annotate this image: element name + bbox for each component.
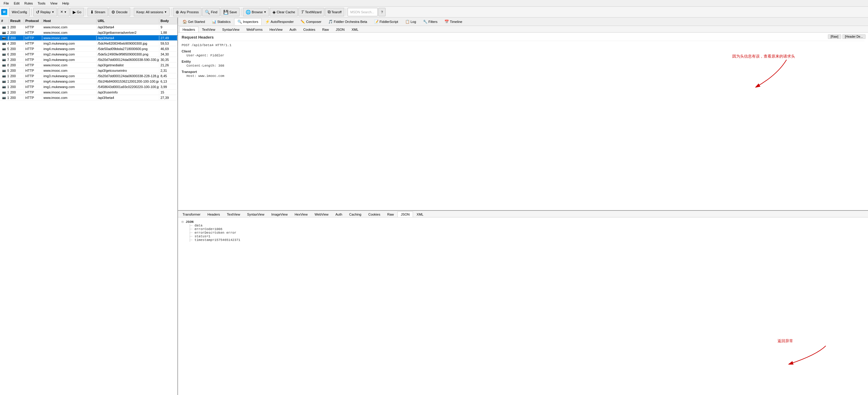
tab-filters[interactable]: 🔧Filters — [420, 18, 441, 25]
table-row[interactable]: 📷11 200 HTTP img4.mukewang.com /5b1f4b84… — [0, 79, 177, 84]
menu-rules[interactable]: Rules — [22, 1, 35, 6]
tab-inspectors[interactable]: 🔍Inspectors — [234, 18, 261, 25]
table-row[interactable]: 📷13 200 HTTP www.imooc.com /api3/userinf… — [0, 90, 177, 95]
request-tab-headers[interactable]: Headers — [179, 27, 198, 32]
response-tab-headers[interactable]: Headers — [204, 211, 223, 217]
json-collapse-btn[interactable]: ⊟ — [182, 220, 184, 224]
any-process-button[interactable]: ⊕ Any Process — [173, 8, 202, 16]
table-row[interactable]: 📷8 200 HTTP www.imooc.com /api3/getmedia… — [0, 62, 177, 68]
response-tab-transformer[interactable]: Transformer — [179, 211, 204, 217]
session-body: 6,13 — [159, 79, 177, 84]
tab-icon: 🏠 — [183, 20, 187, 24]
tearoff-button[interactable]: ⧉ Tearoff — [325, 8, 344, 16]
response-tab-textview[interactable]: TextView — [223, 211, 244, 217]
save-button[interactable]: 💾 Save — [221, 8, 240, 16]
find-icon: 🔍 — [205, 10, 210, 14]
session-protocol: HTTP — [24, 25, 42, 29]
header-decode-button[interactable]: [Header De... — [842, 34, 866, 39]
tab-statistics[interactable]: 📊Statistics — [209, 18, 234, 25]
table-row[interactable]: 📷4 200 HTTP img3.mukewang.com /5dcf4e820… — [0, 41, 177, 46]
decode-button[interactable]: ⚙ Decode — [108, 8, 130, 16]
request-tab-syntaxview[interactable]: SyntaxView — [219, 27, 243, 32]
toolbar-separator-2 — [86, 8, 86, 16]
response-tab-caching[interactable]: Caching — [346, 211, 365, 217]
winconfig-button[interactable]: WinConfig — [9, 8, 30, 16]
table-row[interactable]: 📷5 200 HTTP img4.mukewang.com /5de50ad09… — [0, 46, 177, 52]
tab-fiddler-orchestra-beta[interactable]: 🎵Fiddler Orchestra Beta — [325, 18, 371, 25]
tab-fiddlerscript[interactable]: 📝FiddlerScript — [371, 18, 402, 25]
go-button[interactable]: ▶ Go — [70, 8, 84, 16]
session-result: 200 — [9, 74, 24, 78]
menu-edit[interactable]: Edit — [11, 1, 22, 6]
session-body: 21,26 — [159, 63, 177, 67]
tab-timeline[interactable]: 📅Timeline — [441, 18, 466, 25]
table-row[interactable]: 📷3 200 HTTP www.imooc.com /api3/beta4 27… — [0, 35, 177, 41]
menu-tools[interactable]: Tools — [35, 1, 48, 6]
text-wizard-button[interactable]: 𝓣 TextWizard — [299, 8, 324, 16]
table-row[interactable]: 📷14 200 HTTP www.imooc.com /api3/beta4 2… — [0, 95, 177, 100]
table-row[interactable]: 📷6 200 HTTP img2.mukewang.com /5de5c2490… — [0, 52, 177, 57]
menu-view[interactable]: View — [48, 1, 60, 6]
session-protocol: HTTP — [24, 47, 42, 51]
raw-badge-button[interactable]: [Raw] — [828, 34, 841, 39]
response-sub-tabs: TransformerHeadersTextViewSyntaxViewImag… — [178, 211, 868, 218]
col-header-result: Result — [9, 19, 24, 23]
request-tab-auth[interactable]: Auth — [286, 27, 300, 32]
session-num: 📷6 — [0, 52, 9, 57]
keep-sessions-button[interactable]: Keep: All sessions ▼ — [134, 8, 169, 16]
response-tab-syntaxview[interactable]: SyntaxView — [244, 211, 268, 217]
table-row[interactable]: 📷2 200 HTTP www.imooc.com /api3/getbanne… — [0, 30, 177, 35]
response-tab-webview[interactable]: WebView — [311, 211, 332, 217]
session-protocol: HTTP — [24, 90, 42, 94]
response-tab-raw[interactable]: Raw — [384, 211, 397, 217]
tab-autoresponder[interactable]: ⚡AutoResponder — [262, 18, 297, 25]
response-tab-cookies[interactable]: Cookies — [365, 211, 384, 217]
session-body: 3,99 — [159, 85, 177, 89]
request-tab-webforms[interactable]: WebForms — [243, 27, 266, 32]
request-tab-cookies[interactable]: Cookies — [300, 27, 319, 32]
request-tab-textview[interactable]: TextView — [199, 27, 219, 32]
req-section-title: Client — [182, 50, 864, 53]
table-row[interactable]: 📷7 200 HTTP img3.mukewang.com /5b20d7dd0… — [0, 57, 177, 62]
table-row[interactable]: 📷12 200 HTTP img1.mukewang.com /5458643d… — [0, 84, 177, 90]
find-button[interactable]: 🔍 Find — [202, 8, 220, 16]
stream-button[interactable]: ⬇ Stream — [88, 8, 108, 16]
response-tab-json[interactable]: JSON — [397, 211, 413, 217]
table-row[interactable]: 📷9 200 HTTP www.imooc.com /api3/getcours… — [0, 68, 177, 73]
session-result: 200 — [9, 63, 24, 67]
table-row[interactable]: 📷1 200 HTTP www.imooc.com /api3/beta4 9 — [0, 25, 177, 30]
replay-button[interactable]: ↺ Replay ▼ — [33, 8, 57, 16]
browse-icon: 🌐 — [246, 10, 251, 14]
clear-cache-button[interactable]: ◈ Clear Cache — [270, 8, 298, 16]
tab-log[interactable]: 📋Log — [402, 18, 420, 25]
table-row[interactable]: 📷10 200 HTTP img3.mukewang.com /5b20d7dd… — [0, 73, 177, 79]
request-tab-hexview[interactable]: HexView — [266, 27, 286, 32]
session-protocol: HTTP — [24, 36, 42, 40]
session-num: 📷4 — [0, 41, 9, 46]
tab-label: Log — [411, 20, 416, 24]
tab-get-started[interactable]: 🏠Get Started — [179, 18, 208, 25]
response-tab-auth[interactable]: Auth — [332, 211, 346, 217]
tab-icon: 📋 — [405, 20, 410, 24]
response-tab-xml[interactable]: XML — [413, 211, 427, 217]
session-url: /api3/userinfo — [97, 90, 159, 94]
menu-help[interactable]: Help — [60, 1, 71, 6]
response-tab-imageview[interactable]: ImageView — [268, 211, 291, 217]
request-tab-xml[interactable]: XML — [348, 27, 362, 32]
msdn-search-button[interactable]: MSDN Search... — [347, 8, 378, 16]
browse-button[interactable]: 🌐 Browse ▼ — [243, 8, 269, 16]
response-tab-hexview[interactable]: HexView — [291, 211, 311, 217]
tab-composer[interactable]: ✏️Composer — [297, 18, 324, 25]
target-icon: ⊕ — [176, 10, 179, 14]
tab-icon: ✏️ — [301, 20, 305, 24]
x-button[interactable]: ✕ ▼ — [58, 8, 69, 16]
request-tab-json[interactable]: JSON — [333, 27, 348, 32]
menu-bar: File Edit Rules Tools View Help — [0, 0, 868, 7]
session-result: 200 — [9, 41, 24, 45]
request-content: Request Headers [Raw] [Header De... POST… — [178, 33, 868, 210]
session-body: 27,39 — [159, 96, 177, 100]
menu-file[interactable]: File — [1, 1, 11, 6]
request-tab-raw[interactable]: Raw — [319, 27, 332, 32]
help-icon-button[interactable]: ? — [378, 8, 385, 16]
text-wizard-icon: 𝓣 — [301, 9, 304, 14]
